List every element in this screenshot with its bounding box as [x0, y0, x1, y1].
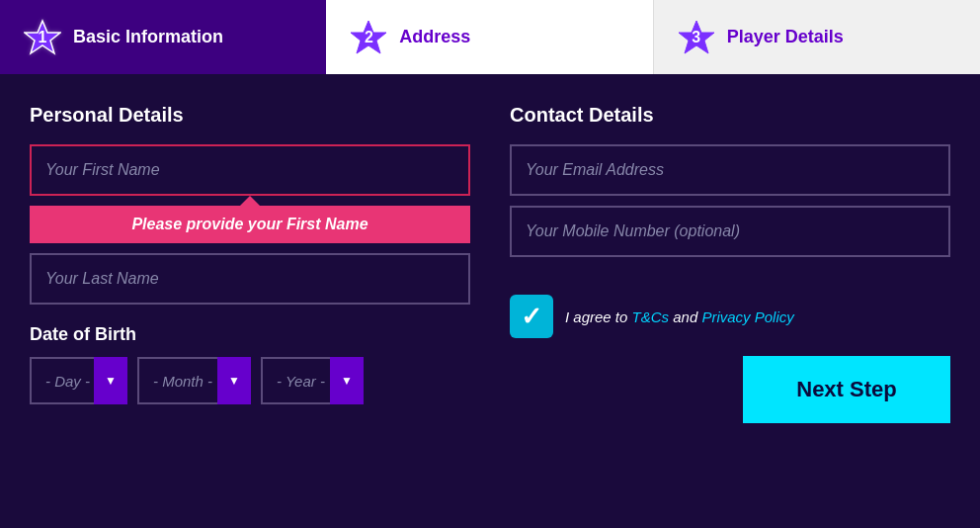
left-panel: Personal Details Please provide your Fir… [30, 104, 470, 528]
step-2-badge: 2 [350, 19, 387, 56]
step-2-number: 2 [365, 29, 373, 46]
dob-label: Date of Birth [30, 324, 470, 345]
email-input[interactable] [510, 144, 950, 196]
main-content: Personal Details Please provide your Fir… [0, 74, 980, 528]
terms-link[interactable]: T&Cs [632, 308, 670, 325]
step-3-label: Player Details [727, 27, 844, 47]
personal-section-title: Personal Details [30, 104, 470, 127]
step-1-label: Basic Information [73, 27, 223, 47]
agreement-checkbox[interactable]: ✓ [510, 295, 553, 338]
agreement-row: ✓ I agree to T&Cs and Privacy Policy [510, 295, 950, 338]
steps-header: 1 Basic Information 2 Address 3 Player D… [0, 0, 980, 74]
step-3-badge: 3 [678, 19, 715, 56]
privacy-link[interactable]: Privacy Policy [701, 308, 793, 325]
month-select[interactable]: - Month - [137, 357, 251, 404]
day-select[interactable]: - Day - [30, 357, 127, 404]
first-name-error: Please provide your First Name [30, 206, 470, 243]
dob-selects: - Day - - Month - - Year - [30, 357, 470, 404]
step-2[interactable]: 2 Address [326, 0, 653, 74]
right-panel: Contact Details ✓ I agree to T&Cs and Pr… [510, 104, 950, 528]
step-1-badge: 1 [24, 19, 61, 56]
mobile-input[interactable] [510, 206, 950, 257]
step-1-number: 1 [39, 29, 47, 46]
step-3[interactable]: 3 Player Details [654, 0, 980, 74]
step-1[interactable]: 1 Basic Information [0, 0, 326, 74]
agreement-prefix: I agree to [565, 308, 632, 325]
contact-section-title: Contact Details [510, 104, 950, 127]
agreement-text: I agree to T&Cs and Privacy Policy [565, 308, 794, 325]
year-select[interactable]: - Year - [261, 357, 364, 404]
next-step-button[interactable]: Next Step [743, 356, 950, 423]
year-select-wrapper: - Year - [261, 357, 364, 404]
first-name-input[interactable] [30, 144, 470, 196]
step-3-number: 3 [692, 29, 700, 46]
step-2-label: Address [399, 27, 470, 47]
day-select-wrapper: - Day - [30, 357, 127, 404]
agreement-and: and [669, 308, 701, 325]
checkmark-icon: ✓ [521, 302, 542, 332]
month-select-wrapper: - Month - [137, 357, 251, 404]
last-name-input[interactable] [30, 253, 470, 305]
